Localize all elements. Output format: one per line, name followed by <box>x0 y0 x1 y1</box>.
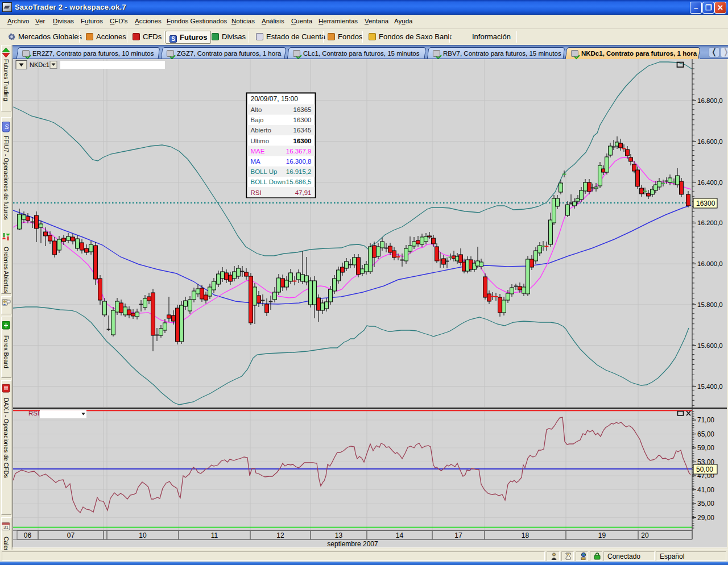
svg-text:16345: 16345 <box>293 127 312 134</box>
svg-text:65,00: 65,00 <box>697 430 714 438</box>
svg-text:16.400,0: 16.400,0 <box>697 179 723 186</box>
svg-text:16300: 16300 <box>293 117 312 123</box>
svg-text:59,00: 59,00 <box>697 444 714 452</box>
svg-text:15.686,5: 15.686,5 <box>286 178 312 185</box>
svg-text:50,00: 50,00 <box>696 466 713 473</box>
svg-text:15.800,0: 15.800,0 <box>697 301 723 308</box>
svg-text:10: 10 <box>139 531 147 539</box>
svg-text:29,00: 29,00 <box>697 514 714 522</box>
svg-text:47,91: 47,91 <box>295 189 312 196</box>
svg-text:17: 17 <box>454 531 462 539</box>
svg-text:06: 06 <box>24 531 32 539</box>
svg-text:16.000,0: 16.000,0 <box>697 260 723 267</box>
svg-text:BOLL Down: BOLL Down <box>251 178 286 185</box>
svg-text:Alto: Alto <box>251 106 262 113</box>
svg-text:S: S <box>5 123 9 130</box>
svg-text:16.300,8: 16.300,8 <box>286 158 312 165</box>
svg-text:RSI: RSI <box>251 189 262 196</box>
svg-text:16.600,0: 16.600,0 <box>697 138 723 145</box>
svg-text:12: 12 <box>276 531 284 539</box>
svg-text:RSI: RSI <box>28 410 39 417</box>
svg-text:Ultimo: Ultimo <box>251 138 270 144</box>
svg-text:16.800,0: 16.800,0 <box>697 97 723 104</box>
svg-text:MA: MA <box>251 158 261 165</box>
svg-text:BOLL Up: BOLL Up <box>251 168 278 175</box>
svg-text:11: 11 <box>211 531 218 539</box>
svg-text:13: 13 <box>335 531 343 539</box>
svg-text:16365: 16365 <box>293 106 312 113</box>
svg-text:14: 14 <box>396 531 404 539</box>
svg-text:15.600,0: 15.600,0 <box>697 342 723 349</box>
svg-text:16300: 16300 <box>293 138 312 144</box>
svg-text:NKDc1: NKDc1 <box>30 61 49 68</box>
svg-text:35,00: 35,00 <box>697 500 714 508</box>
svg-text:Bajo: Bajo <box>251 117 264 123</box>
svg-text:16300: 16300 <box>696 200 715 207</box>
svg-text:20: 20 <box>641 531 649 539</box>
svg-text:Abierto: Abierto <box>251 127 271 134</box>
svg-text:41,00: 41,00 <box>697 486 714 494</box>
svg-text:20/09/07, 15:00: 20/09/07, 15:00 <box>251 95 299 103</box>
svg-text:71,00: 71,00 <box>697 416 714 424</box>
svg-text:18: 18 <box>522 531 530 539</box>
svg-text:septiembre 2007: septiembre 2007 <box>327 540 378 548</box>
svg-text:07: 07 <box>67 531 75 539</box>
svg-text:31: 31 <box>3 525 9 530</box>
svg-text:16.367,9: 16.367,9 <box>286 148 312 155</box>
svg-text:19: 19 <box>598 531 606 539</box>
svg-text:16.200,0: 16.200,0 <box>697 219 723 226</box>
svg-text:15.400,0: 15.400,0 <box>697 383 723 390</box>
svg-text:MAE: MAE <box>251 148 265 155</box>
svg-text:16.915,2: 16.915,2 <box>286 168 312 175</box>
